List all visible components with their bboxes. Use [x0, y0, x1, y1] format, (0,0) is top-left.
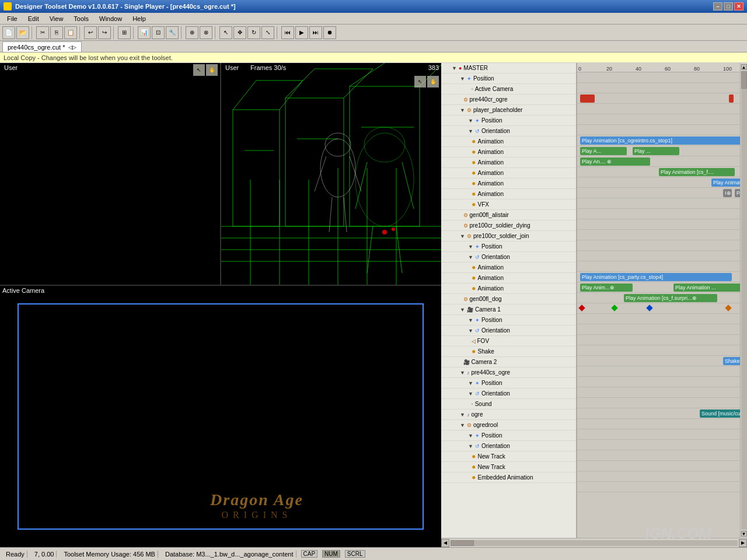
track-item-pp-vfx[interactable]: ✸VFX: [441, 200, 576, 210]
menu-edit[interactable]: Edit: [23, 14, 44, 23]
toolbar-btn6[interactable]: 🔧: [166, 26, 179, 39]
timeline-vertical-scrollbar[interactable]: ▲ ▼: [740, 63, 747, 538]
keyframe-block[interactable]: Play An.... ⊕: [580, 158, 650, 166]
menu-help[interactable]: Help: [128, 14, 151, 23]
minimize-button[interactable]: –: [713, 2, 722, 10]
vp-cursor-tool[interactable]: ↖: [193, 64, 205, 76]
toolbar-cursor[interactable]: ↖: [219, 26, 232, 39]
tab-nav-right[interactable]: ▷: [72, 44, 76, 50]
toolbar-open[interactable]: 📂: [16, 26, 29, 39]
timeline-row-18[interactable]: [577, 261, 740, 272]
track-expand-pre440cs-ogre[interactable]: ▼: [460, 370, 465, 376]
track-expand-pp-orientation[interactable]: ▼: [468, 128, 473, 134]
track-item-gen-dog[interactable]: ⚙gen00fl_dog: [441, 294, 576, 304]
track-expand-c1-position[interactable]: ▼: [468, 317, 473, 323]
track-item-soldier-join[interactable]: ▼⚙pre100cr_soldier_join: [441, 231, 576, 242]
timeline-row-26[interactable]: [577, 345, 740, 356]
timeline-row-21[interactable]: Play Animation [cs_f.surpri...⊕: [577, 293, 740, 303]
timeline-row-11[interactable]: I⊕P.⊕: [577, 188, 740, 198]
keyframe-block[interactable]: Play Animation [cs_f.surpri...⊕: [624, 294, 717, 302]
keyframe-block[interactable]: Play A...: [580, 147, 627, 155]
track-item-od-newtrack1[interactable]: ✸New Track: [441, 452, 576, 462]
track-expand-soldier-join[interactable]: ▼: [460, 233, 465, 239]
scroll-left[interactable]: ◀: [441, 539, 449, 547]
track-item-c1-fov[interactable]: ◁FOV: [441, 336, 576, 346]
tab-cutscene[interactable]: pre440cs_ogre.cut * ◁ ▷: [2, 41, 82, 52]
track-item-od-position[interactable]: ▼✦Position: [441, 430, 576, 441]
timeline-row-37[interactable]: [577, 461, 740, 471]
track-item-co-orientation[interactable]: ▼↺Orientation: [441, 388, 576, 399]
timeline-row-32[interactable]: Sound [music/cutscene/pre440cs_ogre]: [577, 408, 740, 419]
track-expand-pp-position[interactable]: ▼: [468, 118, 473, 124]
toolbar-undo[interactable]: ↩: [84, 26, 97, 39]
timeline-row-27[interactable]: Shake (Orientation): [577, 356, 740, 366]
timeline-row-28[interactable]: [577, 366, 740, 377]
keyframe-diamond[interactable]: [725, 304, 731, 311]
timeline-row-3[interactable]: [577, 104, 740, 114]
timeline-row-14[interactable]: [577, 219, 740, 230]
track-expand-c1-orientation[interactable]: ▼: [468, 328, 473, 334]
track-item-c1-orientation[interactable]: ▼↺Orientation: [441, 326, 576, 336]
timeline-row-19[interactable]: Play Animation [cs_party.cs_stop4]: [577, 272, 740, 282]
track-item-ogredrool[interactable]: ▼⚙ogredrool: [441, 420, 576, 430]
track-item-sj-anim3[interactable]: ✸Animation: [441, 284, 576, 294]
timeline-row-36[interactable]: [577, 450, 740, 461]
track-item-pp-anim3[interactable]: ✸Animation: [441, 158, 576, 168]
track-item-gen-alistair[interactable]: ⚙gen00fl_alistair: [441, 210, 576, 220]
toolbar-cut[interactable]: ✂: [36, 26, 49, 39]
track-item-master-position[interactable]: ▼✦Position: [441, 74, 576, 84]
vp-right-cursor-tool[interactable]: ↖: [414, 76, 426, 88]
track-item-pre440cs-ogre[interactable]: ▼♪pre440cs_ogre: [441, 368, 576, 378]
toolbar-rotate[interactable]: ↻: [247, 26, 260, 39]
maximize-button[interactable]: □: [724, 2, 733, 10]
keyframe-block[interactable]: Play Animation ...: [673, 284, 740, 292]
timeline-row-6[interactable]: Play Animation [cs_ogreintro.cs_stop1]: [577, 135, 740, 146]
track-item-pp-anim5[interactable]: ✸Animation: [441, 178, 576, 189]
timeline-row-29[interactable]: [577, 377, 740, 387]
menu-tools[interactable]: Tools: [69, 14, 93, 23]
timeline-row-4[interactable]: [577, 114, 740, 125]
timeline-row-9[interactable]: Play Animation [cs_f....: [577, 167, 740, 177]
timeline-row-38[interactable]: [577, 471, 740, 482]
keyframe-block[interactable]: Play Animation [cs_party.cs_stop4]: [580, 273, 732, 281]
toolbar-copy[interactable]: ⎘: [50, 26, 63, 39]
toolbar-scale[interactable]: ⤡: [261, 26, 274, 39]
track-item-player-placeholder[interactable]: ▼⚙player_placeholder: [441, 105, 576, 116]
track-expand-player-placeholder[interactable]: ▼: [460, 107, 465, 113]
track-expand-ogre[interactable]: ▼: [460, 412, 465, 418]
timeline-row-20[interactable]: Play Anim...⊕Play Animation ...: [577, 282, 740, 293]
menu-window[interactable]: Window: [95, 14, 127, 23]
timeline-row-16[interactable]: [577, 240, 740, 251]
keyframe-block[interactable]: I⊕: [723, 189, 732, 197]
toolbar-play[interactable]: ▶: [295, 26, 308, 39]
timeline-row-35[interactable]: [577, 440, 740, 450]
timeline-row-34[interactable]: [577, 429, 740, 440]
scroll-right[interactable]: ▶: [739, 539, 747, 547]
track-list[interactable]: ▼●MASTER▼✦Position •Active Camera ⚙pre44…: [441, 63, 577, 538]
track-item-master[interactable]: ▼●MASTER: [441, 63, 576, 74]
toolbar-chart[interactable]: 📊: [138, 26, 151, 39]
track-item-od-orientation[interactable]: ▼↺Orientation: [441, 441, 576, 452]
keyframe-block[interactable]: P.⊕: [735, 189, 740, 197]
toolbar-play-end[interactable]: ⏭: [309, 26, 322, 39]
vp-hand-tool[interactable]: ✋: [206, 64, 218, 76]
keyframe-block[interactable]: Play Anim...⊕: [580, 284, 633, 292]
keyframe-block[interactable]: Sound [music/cutscene/pre440cs_ogre]: [700, 410, 740, 418]
track-expand-ogredrool[interactable]: ▼: [460, 422, 465, 428]
track-item-co-sound[interactable]: •Sound: [441, 399, 576, 410]
timeline-row-8[interactable]: Play An.... ⊕: [577, 156, 740, 167]
track-item-active-camera[interactable]: •Active Camera: [441, 84, 576, 94]
keyframe-diamond[interactable]: [578, 304, 585, 311]
track-expand-master-position[interactable]: ▼: [460, 76, 465, 82]
timeline-row-33[interactable]: [577, 419, 740, 429]
tab-nav-left[interactable]: ◁: [68, 44, 72, 50]
timeline-row-12[interactable]: [577, 198, 740, 209]
timeline-scrollbar[interactable]: ◀ ▶: [441, 538, 747, 547]
toolbar-paste[interactable]: 📋: [64, 26, 77, 39]
timeline-row-31[interactable]: [577, 398, 740, 408]
keyframe-block[interactable]: Play Animatio...: [711, 178, 740, 187]
timeline-row-0[interactable]: [577, 72, 740, 83]
track-item-pp-anim4[interactable]: ✸Animation: [441, 168, 576, 178]
track-expand-master[interactable]: ▼: [452, 65, 457, 71]
keyframe-block[interactable]: Play ...: [633, 147, 679, 155]
